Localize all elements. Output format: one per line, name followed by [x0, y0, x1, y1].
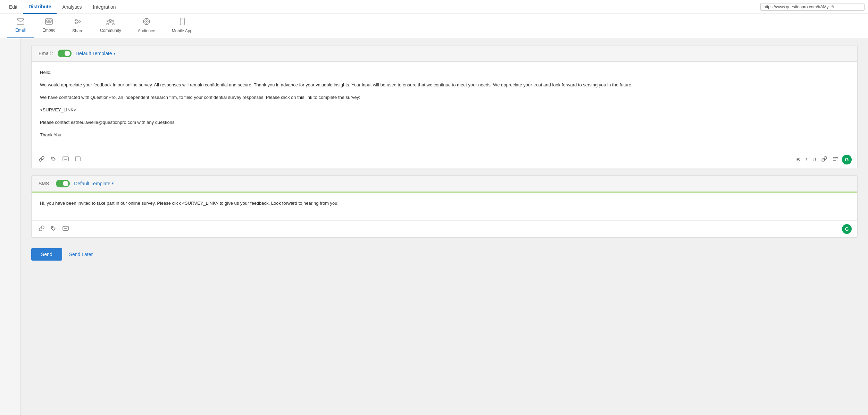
sms-grammarly-button[interactable]: G — [842, 224, 852, 234]
subnav-audience-label: Audience — [138, 28, 155, 33]
svg-point-23 — [52, 158, 53, 159]
email-line4: <SURVEY_LINK> — [40, 106, 849, 114]
sms-text: Hi, you have been invited to take part i… — [40, 201, 339, 206]
grammarly-button[interactable]: G — [842, 155, 852, 164]
sms-toolbar: G — [32, 220, 857, 237]
sms-template-dropdown[interactable]: Default Template ▾ — [74, 181, 114, 186]
svg-rect-24 — [63, 157, 68, 161]
svg-point-15 — [146, 21, 147, 22]
email-template-dropdown[interactable]: Default Template ▾ — [76, 51, 116, 56]
svg-point-12 — [112, 20, 114, 22]
sms-tag-btn[interactable] — [49, 225, 58, 233]
svg-point-10 — [109, 19, 111, 22]
svg-line-8 — [77, 20, 79, 21]
email-icon — [17, 18, 24, 26]
audience-icon — [143, 18, 150, 27]
url-text: https://www.questionpro.com/t/AMy — [763, 5, 828, 9]
send-later-button[interactable]: Send Later — [69, 252, 93, 257]
email-formatting-toolbar: B I U G — [795, 155, 852, 164]
email-section: Email : Default Template ▾ Hello, We wou… — [31, 45, 858, 168]
svg-point-7 — [79, 21, 81, 23]
top-navigation: Edit Distribute Analytics Integration ht… — [0, 0, 868, 14]
email-line6: Thank You — [40, 131, 849, 139]
subnav-share-label: Share — [72, 28, 83, 33]
embed-icon — [45, 18, 53, 26]
sms-label: SMS : — [39, 181, 52, 186]
subnav-share[interactable]: Share — [64, 14, 92, 38]
sms-link-btn[interactable] — [37, 225, 46, 233]
svg-rect-37 — [63, 226, 68, 230]
sms-toggle[interactable] — [56, 180, 70, 187]
mobileapp-icon — [180, 18, 185, 27]
nav-analytics[interactable]: Analytics — [57, 0, 87, 14]
email-line1: Hello, — [40, 69, 849, 76]
nav-distribute[interactable]: Distribute — [23, 0, 57, 14]
subnav-audience[interactable]: Audience — [130, 14, 164, 38]
email-toggle-slider — [58, 50, 72, 57]
email-line3: We have contracted with QuestionPro, an … — [40, 94, 849, 101]
url-edit-icon[interactable]: ✎ — [831, 5, 835, 9]
nav-integration[interactable]: Integration — [87, 0, 122, 14]
send-button[interactable]: Send — [31, 248, 62, 261]
email-template-chevron: ▾ — [114, 51, 116, 56]
share-icon — [74, 18, 82, 27]
email-tag-btn[interactable] — [49, 155, 58, 164]
email-template-label: Default Template — [76, 51, 112, 56]
svg-point-6 — [76, 22, 77, 24]
email-body[interactable]: Hello, We would appreciate your feedback… — [32, 62, 857, 151]
content-area: Email : Default Template ▾ Hello, We wou… — [21, 38, 868, 415]
subnav-community-label: Community — [100, 28, 121, 33]
sms-section-header: SMS : Default Template ▾ — [32, 176, 857, 193]
subnav-embed-label: Embed — [42, 28, 56, 33]
email-link-btn[interactable] — [37, 155, 46, 164]
svg-rect-4 — [49, 20, 51, 22]
email-toggle[interactable] — [58, 50, 72, 57]
svg-point-36 — [52, 227, 53, 228]
email-underline-btn[interactable]: U — [811, 156, 818, 163]
subnav-embed[interactable]: Embed — [34, 14, 64, 38]
svg-rect-2 — [47, 20, 49, 22]
svg-point-21 — [182, 24, 183, 24]
community-icon — [106, 18, 115, 27]
bottom-actions: Send Send Later — [31, 245, 858, 264]
email-keyboard-btn[interactable] — [61, 155, 70, 163]
subnav-email-label: Email — [15, 28, 26, 33]
subnav-mobileapp[interactable]: Mobile App — [164, 14, 201, 38]
sms-template-chevron: ▾ — [112, 181, 114, 186]
sub-navigation: Email Embed Share — [0, 14, 868, 38]
subnav-community[interactable]: Community — [92, 14, 130, 38]
svg-line-9 — [77, 22, 79, 23]
email-section-header: Email : Default Template ▾ — [32, 45, 857, 62]
subnav-mobileapp-label: Mobile App — [172, 28, 192, 33]
svg-point-11 — [107, 20, 108, 22]
email-link2-btn[interactable] — [820, 155, 829, 164]
svg-rect-32 — [75, 157, 80, 161]
nav-edit[interactable]: Edit — [3, 0, 23, 14]
subnav-email[interactable]: Email — [7, 14, 34, 38]
sms-template-label: Default Template — [74, 181, 110, 186]
sms-body[interactable]: Hi, you have been invited to take part i… — [32, 193, 857, 220]
email-square-btn[interactable] — [73, 155, 82, 163]
email-label: Email : — [39, 51, 53, 56]
email-align-btn[interactable] — [831, 155, 840, 163]
sms-keyboard-btn[interactable] — [61, 225, 70, 233]
svg-rect-3 — [47, 22, 51, 23]
email-italic-btn[interactable]: I — [804, 156, 809, 163]
main-layout: Email : Default Template ▾ Hello, We wou… — [0, 38, 868, 415]
url-bar: https://www.questionpro.com/t/AMy ✎ — [760, 3, 865, 11]
svg-point-5 — [76, 19, 77, 21]
email-toolbar: B I U G — [32, 151, 857, 168]
email-bold-btn[interactable]: B — [795, 156, 802, 163]
email-line5: Please contact esther.lavielle@questionp… — [40, 119, 849, 126]
sidebar — [0, 38, 21, 415]
sms-toggle-slider — [56, 180, 70, 187]
svg-rect-0 — [17, 19, 24, 24]
sms-section: SMS : Default Template ▾ Hi, you have be… — [31, 175, 858, 238]
email-line2: We would appreciate your feedback in our… — [40, 81, 849, 89]
